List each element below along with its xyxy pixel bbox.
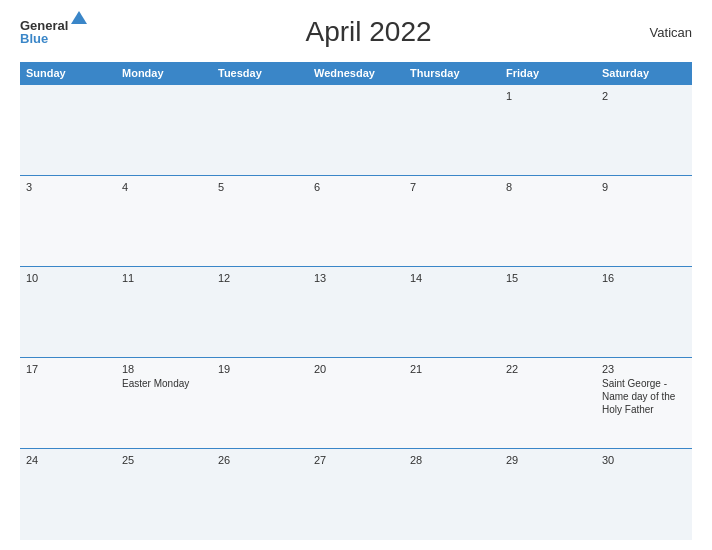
calendar-cell: 29 <box>500 449 596 540</box>
weekday-header-row: SundayMondayTuesdayWednesdayThursdayFrid… <box>20 62 692 85</box>
calendar-cell: 5 <box>212 176 308 267</box>
calendar-cell: 30 <box>596 449 692 540</box>
weekday-header-wednesday: Wednesday <box>308 62 404 85</box>
logo-triangle-icon <box>71 11 87 24</box>
day-number: 5 <box>218 181 302 193</box>
calendar-cell: 7 <box>404 176 500 267</box>
calendar-cell: 27 <box>308 449 404 540</box>
day-number: 3 <box>26 181 110 193</box>
calendar-cell: 1 <box>500 85 596 176</box>
calendar-cell: 20 <box>308 358 404 449</box>
day-number: 25 <box>122 454 206 466</box>
calendar-cell: 23Saint George - Name day of the Holy Fa… <box>596 358 692 449</box>
day-number: 23 <box>602 363 686 375</box>
day-number: 10 <box>26 272 110 284</box>
day-number: 27 <box>314 454 398 466</box>
calendar-cell: 13 <box>308 267 404 358</box>
day-number: 12 <box>218 272 302 284</box>
calendar-cell: 2 <box>596 85 692 176</box>
weekday-header-thursday: Thursday <box>404 62 500 85</box>
calendar-table: SundayMondayTuesdayWednesdayThursdayFrid… <box>20 62 692 540</box>
day-number: 15 <box>506 272 590 284</box>
calendar-cell <box>308 85 404 176</box>
calendar-cell: 18Easter Monday <box>116 358 212 449</box>
calendar-cell: 21 <box>404 358 500 449</box>
day-number: 26 <box>218 454 302 466</box>
calendar-cell: 4 <box>116 176 212 267</box>
weekday-header-saturday: Saturday <box>596 62 692 85</box>
calendar-cell: 16 <box>596 267 692 358</box>
weekday-header-sunday: Sunday <box>20 62 116 85</box>
calendar-cell: 3 <box>20 176 116 267</box>
calendar-cell: 22 <box>500 358 596 449</box>
calendar-week-row: 3456789 <box>20 176 692 267</box>
calendar-cell: 8 <box>500 176 596 267</box>
day-number: 19 <box>218 363 302 375</box>
logo-blue-text: Blue <box>20 32 87 45</box>
calendar-week-row: 1718Easter Monday1920212223Saint George … <box>20 358 692 449</box>
holiday-label: Saint George - Name day of the Holy Fath… <box>602 377 686 416</box>
calendar-cell: 6 <box>308 176 404 267</box>
day-number: 16 <box>602 272 686 284</box>
weekday-header-tuesday: Tuesday <box>212 62 308 85</box>
day-number: 8 <box>506 181 590 193</box>
calendar-cell: 19 <box>212 358 308 449</box>
weekday-header-friday: Friday <box>500 62 596 85</box>
day-number: 14 <box>410 272 494 284</box>
calendar-cell <box>20 85 116 176</box>
calendar-cell: 17 <box>20 358 116 449</box>
calendar-cell: 9 <box>596 176 692 267</box>
day-number: 17 <box>26 363 110 375</box>
calendar-header: SundayMondayTuesdayWednesdayThursdayFrid… <box>20 62 692 85</box>
weekday-header-monday: Monday <box>116 62 212 85</box>
calendar-page: General Blue April 2022 Vatican SundayMo… <box>0 0 712 550</box>
calendar-cell: 15 <box>500 267 596 358</box>
day-number: 13 <box>314 272 398 284</box>
day-number: 30 <box>602 454 686 466</box>
day-number: 20 <box>314 363 398 375</box>
calendar-week-row: 12 <box>20 85 692 176</box>
day-number: 7 <box>410 181 494 193</box>
calendar-cell <box>404 85 500 176</box>
day-number: 1 <box>506 90 590 102</box>
calendar-cell: 25 <box>116 449 212 540</box>
holiday-label: Easter Monday <box>122 377 206 390</box>
calendar-week-row: 10111213141516 <box>20 267 692 358</box>
day-number: 2 <box>602 90 686 102</box>
day-number: 28 <box>410 454 494 466</box>
calendar-cell: 12 <box>212 267 308 358</box>
calendar-body: 123456789101112131415161718Easter Monday… <box>20 85 692 541</box>
month-title: April 2022 <box>305 16 431 48</box>
calendar-cell: 10 <box>20 267 116 358</box>
calendar-cell: 26 <box>212 449 308 540</box>
calendar-cell <box>212 85 308 176</box>
day-number: 4 <box>122 181 206 193</box>
day-number: 22 <box>506 363 590 375</box>
day-number: 24 <box>26 454 110 466</box>
day-number: 29 <box>506 454 590 466</box>
calendar-cell: 24 <box>20 449 116 540</box>
calendar-week-row: 24252627282930 <box>20 449 692 540</box>
day-number: 9 <box>602 181 686 193</box>
day-number: 6 <box>314 181 398 193</box>
day-number: 21 <box>410 363 494 375</box>
calendar-cell: 28 <box>404 449 500 540</box>
country-label: Vatican <box>650 25 692 40</box>
day-number: 18 <box>122 363 206 375</box>
logo: General Blue <box>20 19 87 45</box>
calendar-cell: 11 <box>116 267 212 358</box>
header: General Blue April 2022 Vatican <box>20 16 692 48</box>
calendar-cell: 14 <box>404 267 500 358</box>
day-number: 11 <box>122 272 206 284</box>
calendar-cell <box>116 85 212 176</box>
